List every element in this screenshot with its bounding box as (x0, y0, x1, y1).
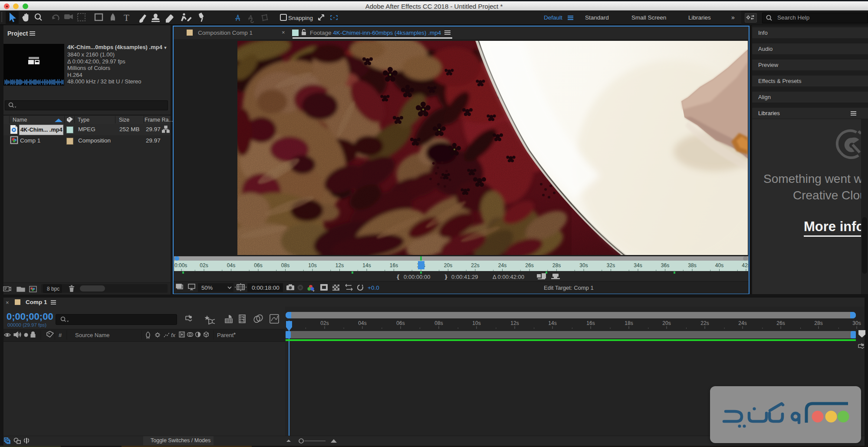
svg-text:20s: 20s (444, 262, 452, 268)
svg-text:16s: 16s (390, 262, 398, 268)
svg-text:38s: 38s (688, 262, 696, 268)
svg-text:0:00:18:00: 0:00:18:00 (252, 285, 279, 291)
svg-text:fx: fx (171, 332, 176, 338)
svg-text:10s: 10s (308, 262, 316, 268)
svg-text:14s: 14s (548, 320, 556, 326)
svg-text:14s: 14s (362, 262, 371, 268)
svg-text:22s: 22s (700, 320, 709, 326)
svg-text:20s: 20s (662, 320, 671, 326)
svg-text:Source Name: Source Name (75, 332, 109, 338)
svg-text:24s: 24s (498, 262, 506, 268)
svg-text:12s: 12s (335, 262, 344, 268)
svg-text:36s: 36s (661, 262, 669, 268)
svg-text:22s: 22s (471, 262, 479, 268)
svg-text:30s: 30s (852, 320, 861, 326)
svg-text:02s: 02s (320, 320, 329, 326)
svg-text:26s: 26s (525, 262, 533, 268)
svg-text:12s: 12s (510, 320, 519, 326)
svg-text:28s: 28s (552, 262, 561, 268)
svg-text:10s: 10s (472, 320, 480, 326)
svg-text:32s: 32s (607, 262, 615, 268)
svg-text:06s: 06s (254, 262, 262, 268)
svg-text:16s: 16s (586, 320, 595, 326)
svg-text:04s: 04s (227, 262, 235, 268)
svg-text:50%: 50% (201, 285, 213, 291)
svg-text:28s: 28s (814, 320, 822, 326)
svg-text:26s: 26s (776, 320, 785, 326)
svg-text:34s: 34s (634, 262, 642, 268)
svg-text:42s: 42s (742, 262, 748, 268)
svg-text:0:00s: 0:00s (174, 262, 187, 268)
svg-text:Parent: Parent (217, 332, 234, 338)
svg-text:24s: 24s (738, 320, 746, 326)
svg-text:06s: 06s (396, 320, 404, 326)
svg-text:18s: 18s (625, 320, 633, 326)
svg-text:T: T (124, 13, 129, 23)
svg-text:#: # (59, 332, 62, 338)
svg-text:30s: 30s (579, 262, 588, 268)
svg-text:08s: 08s (281, 262, 289, 268)
svg-text:04s: 04s (358, 320, 366, 326)
svg-text:08s: 08s (434, 320, 443, 326)
svg-text:+0.0: +0.0 (368, 285, 379, 291)
svg-text:Snapping: Snapping (288, 15, 313, 21)
svg-text:40s: 40s (715, 262, 723, 268)
svg-text:02s: 02s (200, 262, 208, 268)
